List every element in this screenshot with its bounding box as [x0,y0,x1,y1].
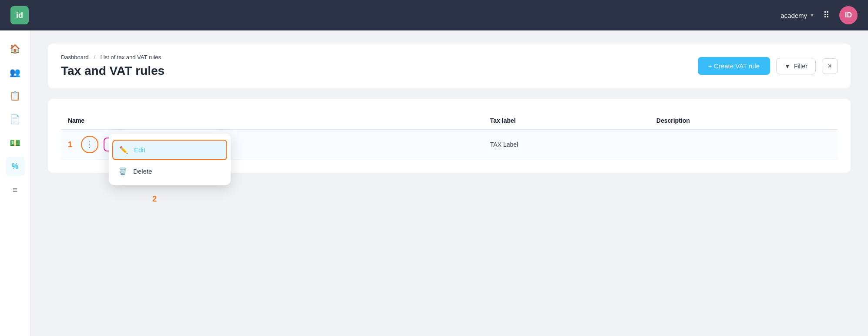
page-layout: 🏠 👥 📋 📄 💵 % ≡ Dashboard / List of tax an… [0,30,868,336]
header-actions: + Create VAT rule ▼ Filter × [698,57,838,75]
sidebar-item-users[interactable]: 👥 [6,63,25,82]
page-title: Tax and VAT rules [61,64,165,78]
sidebar-item-home[interactable]: 🏠 [6,39,25,58]
top-navigation: id academy ▼ ⠿ ID [0,0,868,30]
row-tax-label-cell: TAX Label [483,130,649,160]
apps-grid-icon[interactable]: ⠿ [823,10,831,20]
col-description: Description [649,112,838,130]
sidebar-item-reports[interactable]: 📋 [6,86,25,105]
page-header-card: Dashboard / List of tax and VAT rules Ta… [48,44,851,88]
step2-label: 2 [152,195,157,204]
sidebar-item-documents[interactable]: 📄 [6,110,25,129]
nav-left: id [10,6,29,24]
close-filter-button[interactable]: × [822,58,838,74]
row-actions-dropdown: 2 ✏️ Edit 🗑️ Delete [109,134,231,185]
edit-icon: ✏️ [119,146,128,154]
sidebar-item-tax[interactable]: % [6,157,25,176]
table-card: Name Tax label Description 1 ⋮ [48,99,851,173]
step1-label: 1 [68,140,72,149]
sidebar-item-billing[interactable]: 💵 [6,133,25,152]
trash-icon: 🗑️ [118,167,127,175]
edit-label: Edit [134,146,145,154]
nav-right: academy ▼ ⠿ ID [781,6,858,24]
filter-icon: ▼ [784,63,791,70]
user-avatar[interactable]: ID [839,6,858,24]
academy-label: academy [781,12,807,19]
app-logo[interactable]: id [10,6,29,24]
header-left: Dashboard / List of tax and VAT rules Ta… [61,54,165,78]
table-header-row: Name Tax label Description [61,112,838,130]
row-description-cell [649,130,838,160]
col-tax-label: Tax label [483,112,649,130]
create-vat-rule-button[interactable]: + Create VAT rule [698,57,770,75]
breadcrumb-home[interactable]: Dashboard [61,54,89,60]
breadcrumb-sep: / [94,54,95,60]
breadcrumb: Dashboard / List of tax and VAT rules [61,54,165,60]
filter-button[interactable]: ▼ Filter [776,58,816,74]
edit-menu-item[interactable]: ✏️ Edit [112,140,227,160]
breadcrumb-current: List of tax and VAT rules [100,54,161,60]
delete-label: Delete [133,168,152,175]
filter-label: Filter [794,63,807,70]
main-content: Dashboard / List of tax and VAT rules Ta… [30,30,868,336]
dots-icon: ⋮ [86,140,94,149]
delete-menu-item[interactable]: 🗑️ Delete [112,162,227,181]
row-actions-button[interactable]: ⋮ [81,136,98,153]
sidebar: 🏠 👥 📋 📄 💵 % ≡ [0,30,30,336]
academy-selector[interactable]: academy ▼ [781,12,814,19]
col-name: Name [61,112,483,130]
sidebar-item-list[interactable]: ≡ [6,180,25,199]
chevron-down-icon: ▼ [810,13,814,18]
